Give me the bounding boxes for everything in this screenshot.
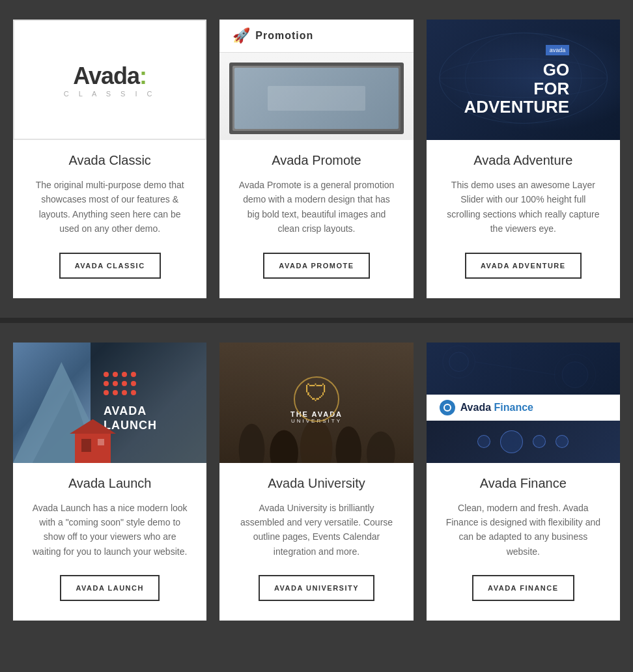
- avada-promote-button[interactable]: AVADA PROMOTE: [263, 253, 369, 279]
- svg-point-6: [239, 424, 265, 463]
- launch-dot: [122, 372, 127, 377]
- finance-top-section: [427, 343, 620, 395]
- finance-orb-large: [500, 430, 523, 453]
- avada-university-image: 🛡 THE AVADA UNIVERSITY: [219, 343, 413, 463]
- svg-point-8: [300, 419, 333, 463]
- finance-brand-prefix: Avada: [460, 402, 491, 413]
- avada-promote-desc: Avada Promote is a general promotion dem…: [219, 178, 413, 236]
- svg-point-10: [367, 432, 395, 463]
- launch-dot: [104, 381, 109, 386]
- svg-point-13: [562, 361, 588, 387]
- avada-adventure-button[interactable]: AVADA ADVENTURE: [465, 253, 582, 279]
- avada-university-desc: Avada University is brilliantly assemble…: [219, 501, 413, 559]
- avada-finance-title: Avada Finance: [467, 476, 580, 491]
- avada-classic-brand: Avada:: [64, 63, 156, 90]
- launch-dot: [131, 390, 136, 395]
- card-avada-promote: 🚀 Promotion Avada Promote Avada Promote …: [219, 20, 413, 298]
- avada-launch-button[interactable]: AVADA LAUNCH: [60, 575, 160, 601]
- avada-adventure-image: avada GO FOR ADVENTURE: [427, 20, 620, 140]
- promote-rocket-icon: 🚀: [232, 27, 250, 44]
- avada-classic-logo: Avada: C L A S S I C: [64, 63, 156, 98]
- cards-grid-bottom: AVADA LAUNCH Avada Launch Avada Launch h…: [13, 343, 620, 621]
- launch-dot: [113, 390, 118, 395]
- avada-university-title: Avada University: [255, 476, 378, 491]
- avada-classic-button[interactable]: AVADA CLASSIC: [59, 253, 161, 279]
- finance-circuit-svg: [427, 343, 620, 400]
- avada-launch-title: Avada Launch: [55, 476, 165, 491]
- adventure-line3: ADVENTURE: [464, 98, 569, 117]
- avada-classic-subtitle: C L A S S I C: [64, 90, 156, 98]
- cards-grid-top: Avada: C L A S S I C Avada Classic The o…: [13, 20, 620, 298]
- launch-dot: [122, 390, 127, 395]
- adventure-content: avada GO FOR ADVENTURE: [464, 43, 582, 117]
- launch-line1: AVADA: [104, 404, 157, 419]
- svg-point-11: [449, 352, 468, 371]
- finance-orb-small2: [533, 435, 546, 448]
- adventure-title: GO FOR ADVENTURE: [464, 61, 569, 117]
- promote-device-mockup: [229, 63, 404, 134]
- avada-finance-desc: Clean, modern and fresh. Avada Finance i…: [427, 501, 620, 559]
- promote-label: Promotion: [255, 30, 313, 42]
- card-avada-university: 🛡 THE AVADA UNIVERSITY Avada University …: [219, 343, 413, 621]
- avada-finance-image: Avada Finance: [427, 343, 620, 463]
- launch-dot: [113, 372, 118, 377]
- launch-dot: [131, 381, 136, 386]
- finance-orb-small: [477, 435, 490, 448]
- launch-dot: [131, 372, 136, 377]
- launch-dots: [104, 372, 137, 397]
- finance-bottom-section: [427, 421, 620, 462]
- avada-promote-title: Avada Promote: [259, 153, 374, 168]
- avada-promote-image: 🚀 Promotion: [219, 20, 413, 140]
- finance-brand-suffix: Finance: [491, 402, 533, 413]
- avada-classic-title: Avada Classic: [55, 153, 163, 168]
- finance-orbs: [477, 430, 569, 453]
- launch-dot: [122, 381, 127, 386]
- card-avada-adventure: avada GO FOR ADVENTURE Avada Adventure T…: [427, 20, 620, 298]
- card-avada-launch: AVADA LAUNCH Avada Launch Avada Launch h…: [13, 343, 206, 621]
- section-bottom: VIP 主题站: [0, 323, 633, 641]
- svg-line-15: [475, 361, 556, 374]
- svg-point-9: [336, 427, 362, 463]
- avada-launch-desc: Avada Launch has a nice modern look with…: [13, 501, 206, 559]
- finance-logo-mark: [440, 400, 455, 415]
- promote-top-bar: 🚀 Promotion: [219, 20, 413, 53]
- avada-adventure-desc: This demo uses an awesome Layer Slider w…: [427, 178, 620, 236]
- avada-finance-button[interactable]: AVADA FINANCE: [472, 575, 574, 601]
- section-top: Avada: C L A S S I C Avada Classic The o…: [0, 0, 633, 318]
- avada-launch-image: AVADA LAUNCH: [13, 343, 206, 463]
- adventure-badge: avada: [546, 45, 570, 55]
- launch-dot: [113, 381, 118, 386]
- avada-university-button[interactable]: AVADA UNIVERSITY: [259, 575, 374, 601]
- card-avada-classic: Avada: C L A S S I C Avada Classic The o…: [13, 20, 206, 298]
- card-avada-finance: Avada Finance Avada Finance C: [427, 343, 620, 621]
- avada-classic-colon: :: [139, 63, 147, 89]
- svg-point-7: [270, 430, 299, 463]
- adventure-line1: GO: [464, 61, 569, 79]
- university-shield: 🛡 THE AVADA UNIVERSITY: [290, 382, 343, 424]
- launch-dot: [104, 372, 109, 377]
- avada-classic-desc: The original multi-purpose demo that sho…: [13, 178, 206, 236]
- finance-orb-small3: [556, 435, 569, 448]
- adventure-line2: FOR: [464, 79, 569, 98]
- avada-classic-image: Avada: C L A S S I C: [13, 20, 206, 140]
- launch-dot: [104, 390, 109, 395]
- avada-adventure-title: Avada Adventure: [460, 153, 585, 168]
- section-divider: [0, 318, 633, 323]
- finance-brand-name: Avada Finance: [460, 402, 533, 413]
